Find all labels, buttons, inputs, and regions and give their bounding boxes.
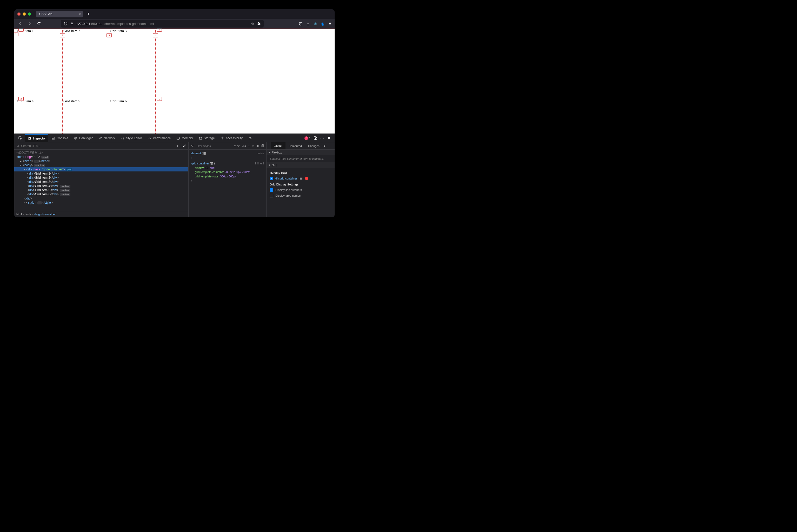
layout-panel: Layout Computed Changes ▾ ▾ Flexbox Sele… (266, 142, 335, 217)
svg-point-3 (259, 24, 259, 25)
layout-tab-changes[interactable]: Changes (305, 142, 323, 150)
overlay-grid-item[interactable]: ✓ div.grid-container (270, 176, 331, 181)
extension-icon-1[interactable]: ❄ (313, 22, 318, 26)
tab-network[interactable]: Network (96, 134, 118, 142)
styles-rules[interactable]: element {inline}.grid-container {inline:… (189, 150, 266, 185)
grid-section-header[interactable]: ▾ Grid (267, 163, 335, 168)
grid-row-label: 2 (18, 97, 24, 101)
maximize-window-button[interactable] (28, 13, 31, 16)
breadcrumbs[interactable]: html› body› div.grid-container (14, 211, 188, 217)
app-menu-icon[interactable]: ≡ (328, 22, 332, 26)
svg-point-12 (222, 137, 223, 137)
svg-point-1 (258, 22, 259, 23)
browser-tab[interactable]: CSS Grid × (36, 11, 83, 17)
opt-line-numbers[interactable]: ✓ Display line numbers (270, 187, 331, 193)
grid-col-label: 2 (60, 33, 65, 37)
svg-point-15 (17, 145, 18, 147)
responsive-mode-icon[interactable] (313, 136, 318, 140)
overlay-grid-header: Overlay Grid (270, 170, 331, 176)
window-controls (17, 13, 31, 16)
tab-accessibility[interactable]: Accessibility (218, 134, 245, 142)
back-button[interactable] (17, 20, 24, 27)
minimize-window-button[interactable] (23, 13, 26, 16)
tab-storage[interactable]: Storage (196, 134, 217, 142)
tab-style-editor[interactable]: Style Editor (118, 134, 145, 142)
grid-item: Grid item 5 (62, 99, 109, 134)
cls-toggle[interactable]: .cls (242, 145, 246, 148)
extension-icon-2[interactable]: ◉ (321, 22, 325, 26)
grid-icon[interactable] (300, 177, 302, 180)
eyedropper-icon[interactable] (182, 144, 186, 148)
pick-element-button[interactable] (16, 134, 25, 142)
svg-point-11 (199, 137, 202, 138)
new-tab-button[interactable]: + (85, 12, 92, 17)
shield-icon[interactable] (64, 22, 68, 26)
flexbox-empty-msg: Select a Flex container or item to conti… (267, 155, 335, 163)
tab-overflow[interactable] (246, 134, 254, 142)
search-icon (16, 145, 19, 148)
customize-icon[interactable] (257, 22, 261, 26)
tab-performance[interactable]: Performance (145, 134, 173, 142)
opt-area-names[interactable]: Display area names (270, 193, 331, 198)
grid-col-label: 4 (153, 33, 158, 37)
html-search: + (14, 142, 188, 150)
html-panel: + <!DOCTYPE html><html lang="en">scroll▸… (14, 142, 188, 217)
styles-panel: Filter Styles :hov .cls + ☀ ◐ element {i… (188, 142, 266, 217)
tab-debugger[interactable]: Debugger (71, 134, 95, 142)
browser-window: CSS Grid × + 127.0.0.1:5501/teacher/exam… (14, 10, 335, 217)
url-text: 127.0.0.1:5501/teacher/example-css-grid/… (76, 22, 249, 26)
url-bar[interactable]: 127.0.0.1:5501/teacher/example-css-grid/… (61, 20, 264, 27)
bookmark-icon[interactable]: ☆ (251, 22, 255, 26)
devtools: Inspector Console Debugger Network Style… (14, 134, 335, 217)
layout-sidebar-icon[interactable] (267, 144, 271, 148)
tab-inspector[interactable]: Inspector (25, 134, 48, 142)
light-icon[interactable]: ☀ (252, 144, 254, 148)
svg-rect-8 (52, 137, 55, 139)
checkbox-icon[interactable]: ✓ (270, 177, 273, 180)
svg-rect-4 (299, 22, 302, 24)
grid-neg-label: -2 (157, 97, 162, 101)
add-node-icon[interactable]: + (175, 144, 179, 148)
devtools-menu-icon[interactable]: ⋯ (320, 136, 324, 140)
layout-tab-layout[interactable]: Layout (271, 142, 285, 150)
close-tab-icon[interactable]: × (79, 12, 81, 16)
svg-rect-13 (314, 137, 316, 139)
toolbar-right: ❄ ◉ ≡ (299, 22, 332, 26)
flexbox-section-header[interactable]: ▾ Flexbox (267, 150, 335, 155)
layout-tab-computed[interactable]: Computed (285, 142, 305, 150)
color-swatch[interactable] (305, 177, 308, 180)
grid-neg-label: -3 (157, 28, 162, 32)
forward-button[interactable] (26, 20, 33, 27)
nav-toolbar: 127.0.0.1:5501/teacher/example-css-grid/… (14, 19, 335, 28)
html-tree[interactable]: <!DOCTYPE html><html lang="en">scroll▸<h… (14, 150, 188, 211)
pocket-icon[interactable] (299, 22, 303, 26)
grid-item: Grid item 2 (62, 28, 109, 99)
close-devtools-icon[interactable]: ✕ (327, 136, 331, 140)
svg-point-2 (260, 23, 260, 24)
filter-styles-input[interactable]: Filter Styles (196, 145, 211, 148)
checkbox-icon[interactable]: ✓ (270, 188, 273, 192)
tab-console[interactable]: Console (49, 134, 71, 142)
page-content: 1 2 3 4 -3 1 2 -2 Grid item 1 Grid item … (14, 28, 335, 134)
reload-button[interactable] (36, 20, 42, 27)
grid-item: Grid item 3 (109, 28, 155, 99)
filter-icon (191, 145, 194, 148)
lock-icon[interactable] (70, 22, 74, 26)
svg-rect-10 (177, 137, 179, 139)
grid-col-label: 3 (107, 33, 112, 37)
devtools-tabs: Inspector Console Debugger Network Style… (14, 134, 335, 142)
downloads-icon[interactable] (306, 22, 310, 26)
grid-col-label: 1 (18, 28, 24, 32)
hov-toggle[interactable]: :hov (234, 145, 240, 148)
close-window-button[interactable] (17, 13, 20, 16)
grid-item: Grid item 4 (16, 99, 62, 134)
error-count[interactable]: !1 (304, 136, 311, 140)
tab-memory[interactable]: Memory (174, 134, 195, 142)
print-icon[interactable] (261, 144, 264, 148)
grid-item: Grid item 1 (16, 28, 62, 99)
search-html-input[interactable] (21, 144, 174, 148)
tab-title: CSS Grid (39, 12, 53, 16)
dark-icon[interactable]: ◐ (257, 144, 259, 148)
checkbox-icon[interactable] (270, 194, 273, 197)
add-rule-icon[interactable]: + (248, 145, 250, 148)
